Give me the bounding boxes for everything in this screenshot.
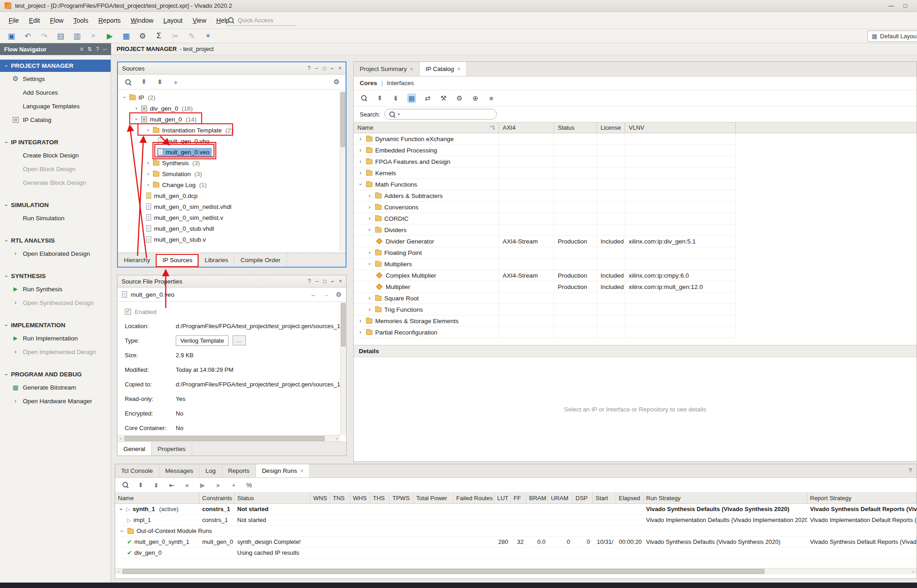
catalog-row-square-root[interactable]: ›Square Root (354, 293, 736, 304)
maximize-button[interactable]: □ (903, 2, 907, 9)
close-button[interactable]: × (339, 278, 342, 284)
runs-column-header-tpws[interactable]: TPWS (390, 492, 413, 503)
type-select[interactable]: Verilog Template (176, 335, 229, 346)
scrollbar-thumb[interactable] (341, 92, 345, 147)
menu-item-tools[interactable]: Tools (68, 14, 93, 27)
sources-tab-libraries[interactable]: Libraries (199, 253, 235, 267)
expand-all-icon[interactable]: ⇟ (156, 77, 164, 86)
scrollbar-thumb[interactable] (124, 436, 325, 441)
collapse-all-icon[interactable]: ⇞ (137, 481, 145, 490)
sources-tab-hierarchy[interactable]: Hierarchy (118, 253, 157, 267)
go-to-start-icon[interactable]: ⇤ (168, 481, 176, 490)
design-runs-horizontal-scrollbar[interactable]: ‹ › (115, 568, 917, 574)
column-header-license[interactable]: License (597, 122, 625, 133)
tree-item-mult-gen-0-sim-netlist-vhdl[interactable]: mult_gen_0_sim_netlist.vhdl (118, 201, 339, 212)
column-header-name[interactable]: Name^1 (354, 122, 499, 133)
tree-item-mult-gen-0-stub-v[interactable]: mult_gen_0_stub.v (118, 234, 339, 245)
sidebar-item-run-simulation[interactable]: Run Simulation (0, 211, 111, 225)
chevron-right-icon[interactable]: › (357, 329, 363, 335)
run-row-mult-gen-0-synth-1[interactable]: ✔mult_gen_0_synth_1mult_gen_0synth_desig… (115, 537, 917, 547)
runs-group-row[interactable]: ›Out-of-Context Module Runs (115, 526, 917, 537)
chevron-down-icon[interactable]: › (145, 127, 152, 133)
menu-item-window[interactable]: Window (126, 14, 158, 27)
expand-all-icon[interactable]: ⇟ (152, 481, 160, 490)
scrollbar-thumb[interactable] (122, 569, 764, 574)
default-layout-button[interactable]: ▦ Default Layou (867, 30, 917, 42)
chevron-down-icon[interactable]: › (118, 506, 124, 512)
stop-icon[interactable]: ■ (487, 94, 495, 103)
settings-button[interactable]: ⚙ (137, 30, 148, 41)
minimize-button[interactable]: — (888, 2, 894, 9)
chevron-right-icon[interactable]: › (367, 204, 372, 210)
probe-button[interactable]: ⌖ (202, 30, 214, 41)
tree-item-mult-gen-0-vho[interactable]: mult_gen_0.vho (118, 136, 339, 147)
sidebar-item-language-templates[interactable]: Language Templates (0, 99, 111, 113)
customize-ip-icon[interactable]: ⚒ (439, 94, 448, 103)
open-report-button[interactable]: ▤ (55, 30, 66, 41)
bottom-tab-tcl-console[interactable]: Tcl Console (115, 464, 159, 477)
catalog-row-conversions[interactable]: ›Conversions (354, 202, 736, 213)
catalog-row-adders-subtracters[interactable]: ›Adders & Subtracters (354, 190, 736, 202)
runs-column-header-constraints[interactable]: Constraints (199, 492, 234, 503)
runs-column-header-tns[interactable]: TNS (330, 492, 350, 503)
scroll-left-arrow[interactable]: ‹ (117, 436, 124, 441)
tree-item-mult-gen-0-veo[interactable]: mult_gen_0.veo (118, 147, 339, 157)
catalog-row-multipliers[interactable]: ›Multipliers (354, 259, 736, 270)
runs-column-header-bram[interactable]: BRAM (526, 492, 548, 503)
redo-button[interactable]: ↷ (38, 30, 50, 41)
float-button[interactable]: □ (323, 65, 326, 71)
catalog-row-floating-point[interactable]: ›Floating Point (354, 247, 736, 259)
chevron-right-icon[interactable]: › (367, 215, 372, 222)
run-row-div-gen-0[interactable]: ✔div_gen_0Using cached IP results (115, 547, 917, 558)
dock-button[interactable]: ⌐ (331, 278, 334, 284)
expand-collapse-icon[interactable]: ⇅ (87, 46, 92, 52)
back-button[interactable]: ← (310, 291, 316, 298)
collapse-all-icon[interactable]: ⇞ (140, 77, 148, 86)
chevron-right-icon[interactable]: › (367, 249, 372, 256)
chevron-down-icon[interactable]: › (357, 182, 364, 188)
chevron-right-icon[interactable]: › (145, 171, 151, 177)
chevron-right-icon[interactable]: › (357, 170, 363, 176)
percentage-icon[interactable]: % (245, 481, 253, 490)
scroll-right-arrow[interactable]: › (334, 436, 340, 441)
close-icon[interactable]: × (410, 66, 413, 72)
tree-item-div-gen-0[interactable]: ›div_gen_0(16) (118, 103, 339, 114)
search-button[interactable] (121, 481, 129, 490)
help-button[interactable]: ? (308, 278, 311, 284)
runs-column-header-wns[interactable]: WNS (311, 492, 330, 503)
step-forward-icon[interactable]: » (214, 481, 222, 490)
menu-item-edit[interactable]: Edit (24, 14, 45, 27)
editor-tab-project-summary[interactable]: Project Summary× (354, 62, 420, 76)
sources-panel-header[interactable]: Sources ?–□⌐× (118, 62, 346, 75)
catalog-row-cordic[interactable]: ›CORDIC (354, 213, 736, 224)
runs-column-header-uram[interactable]: URAM (548, 492, 573, 503)
float-button[interactable]: □ (323, 278, 326, 284)
sidebar-section-rtl-analysis[interactable]: ›RTL ANALYSIS (0, 234, 111, 247)
ellipsis-button[interactable]: … (233, 335, 246, 345)
properties-tab-properties[interactable]: Properties (152, 442, 192, 456)
sidebar-item-ip-catalog[interactable]: IP Catalog (0, 113, 111, 127)
menu-item-view[interactable]: View (188, 14, 211, 27)
sum-button[interactable]: Σ (153, 30, 165, 41)
catalog-row-memories-storage-elements[interactable]: ›Memories & Storage Elements (354, 315, 736, 327)
runs-column-header-run-strategy[interactable]: Run Strategy (643, 492, 807, 503)
ip-settings-icon[interactable]: ⚙ (455, 94, 464, 103)
help-button[interactable]: ? (307, 65, 311, 71)
sidebar-item-add-sources[interactable]: Add Sources (0, 86, 111, 99)
tree-item-instantiation-template[interactable]: ›Instantiation Template(2) (118, 125, 339, 136)
minimize-button[interactable]: – (316, 278, 319, 284)
chevron-down-icon[interactable]: › (367, 261, 373, 267)
tree-item-change-log[interactable]: ›Change Log(1) (118, 179, 339, 190)
runs-column-header-elapsed[interactable]: Elapsed (616, 492, 643, 503)
help-icon[interactable]: ? (96, 46, 99, 52)
sidebar-item-generate-bitstream[interactable]: ▦Generate Bitstream (0, 380, 111, 394)
catalog-row-fpga-features-and-design[interactable]: ›FPGA Features and Design (354, 156, 736, 167)
chevron-right-icon[interactable]: › (367, 295, 372, 301)
sidebar-item-create-block-design[interactable]: Create Block Design (0, 148, 111, 162)
sources-settings-gear-icon[interactable]: ⚙ (334, 78, 340, 86)
menu-item-layout[interactable]: Layout (158, 14, 188, 27)
sidebar-item-run-synthesis[interactable]: ▶Run Synthesis (0, 282, 111, 296)
enabled-checkbox[interactable] (125, 309, 131, 315)
sidebar-section-program-and-debug[interactable]: ›PROGRAM AND DEBUG (0, 368, 111, 380)
catalog-row-dynamic-function-exchange[interactable]: ›Dynamic Function eXchange (354, 133, 736, 145)
